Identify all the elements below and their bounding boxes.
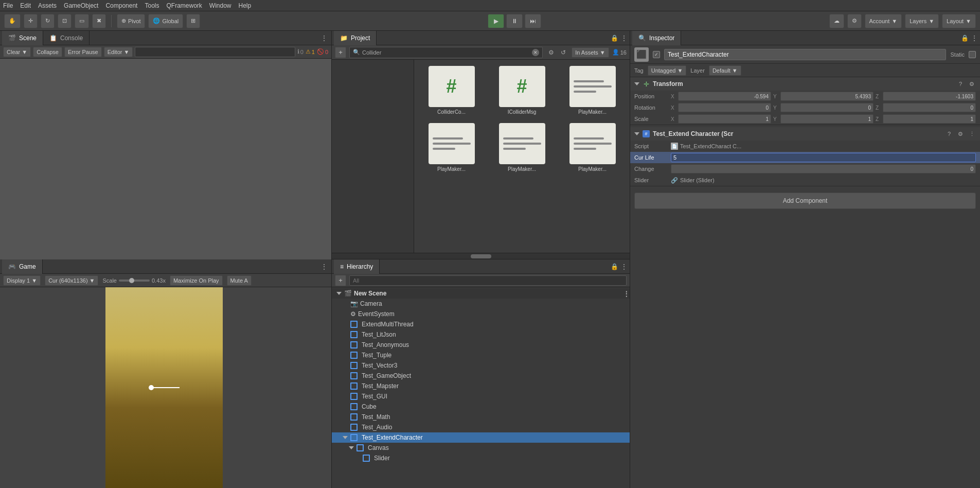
pivot-btn[interactable]: ⊕ Pivot bbox=[117, 14, 145, 28]
hierarchy-tab[interactable]: ≡ Hierarchy bbox=[334, 259, 380, 274]
project-more-icon[interactable]: ⋮ bbox=[620, 34, 628, 42]
menu-component[interactable]: Component bbox=[105, 2, 137, 9]
search-recurse-btn[interactable]: ↺ bbox=[558, 47, 568, 58]
collapse-btn[interactable]: Collapse bbox=[33, 47, 62, 57]
tag-dropdown[interactable]: Untagged ▼ bbox=[648, 65, 687, 76]
cur-life-input[interactable] bbox=[671, 153, 976, 162]
rect-tool-btn[interactable]: ▭ bbox=[75, 14, 89, 28]
hierarchy-item-test-mapster[interactable]: Test_Mapster bbox=[332, 381, 630, 391]
scale-slider[interactable] bbox=[119, 280, 150, 282]
change-input[interactable] bbox=[671, 164, 976, 173]
collab-btn[interactable]: ☁ bbox=[829, 14, 844, 28]
hierarchy-item-slider[interactable]: Slider bbox=[332, 453, 630, 463]
hierarchy-item-eventsystem[interactable]: ⚙ EventSystem bbox=[332, 309, 630, 319]
hierarchy-item-cube[interactable]: Cube bbox=[332, 402, 630, 412]
script-more-icon[interactable]: ⋮ bbox=[968, 130, 976, 138]
menu-gameobject[interactable]: GameObject bbox=[64, 2, 98, 9]
hierarchy-item-test-anonymous[interactable]: Test_Anonymous bbox=[332, 340, 630, 350]
hierarchy-more-icon[interactable]: ⋮ bbox=[620, 263, 628, 271]
hierarchy-lock-icon[interactable]: 🔒 bbox=[611, 263, 618, 270]
asset-item-5[interactable]: PlayMaker... bbox=[559, 121, 626, 174]
asset-item-0[interactable]: # ColliderCo... bbox=[418, 64, 485, 117]
hierarchy-item-test-litjson[interactable]: Test_LitJson bbox=[332, 329, 630, 340]
script-component-header[interactable]: # Test_Extend Character (Scr ? ⚙ ⋮ bbox=[630, 127, 980, 141]
hierarchy-item-test-audio[interactable]: Test_Audio bbox=[332, 422, 630, 432]
account-dropdown[interactable]: Account ▼ bbox=[865, 14, 902, 28]
asset-item-2[interactable]: PlayMaker... bbox=[559, 64, 626, 117]
game-more-icon[interactable]: ⋮ bbox=[319, 262, 329, 272]
hierarchy-item-test-gameobject[interactable]: Test_GameObject bbox=[332, 371, 630, 381]
hierarchy-search-input[interactable] bbox=[349, 275, 627, 286]
pos-y-input[interactable] bbox=[780, 92, 874, 101]
scale-y-input[interactable] bbox=[780, 114, 874, 124]
game-tab[interactable]: 🎮 Game bbox=[2, 259, 43, 274]
menu-window[interactable]: Window bbox=[209, 2, 231, 9]
hierarchy-item-camera[interactable]: 📷 Camera bbox=[332, 299, 630, 309]
layout-dropdown[interactable]: Layout ▼ bbox=[942, 14, 976, 28]
add-component-btn[interactable]: Add Component bbox=[634, 193, 976, 209]
transform-help-icon[interactable]: ? bbox=[956, 80, 965, 88]
in-assets-btn[interactable]: In Assets ▼ bbox=[572, 47, 609, 58]
object-active-checkbox[interactable] bbox=[653, 51, 660, 58]
scene-search-input[interactable] bbox=[135, 47, 295, 57]
console-tab[interactable]: 📋 Console bbox=[43, 31, 90, 45]
add-gameobject-btn[interactable]: + bbox=[335, 275, 346, 286]
error-pause-btn[interactable]: Error Pause bbox=[64, 47, 102, 57]
hierarchy-item-extendmultithread[interactable]: ExtendMultiThread bbox=[332, 319, 630, 329]
pos-z-input[interactable] bbox=[883, 92, 976, 101]
search-close-btn[interactable]: ✕ bbox=[532, 49, 539, 56]
transform-settings-icon[interactable]: ⚙ bbox=[968, 80, 976, 88]
rot-z-input[interactable] bbox=[883, 103, 976, 112]
display-dropdown[interactable]: Display 1 ▼ bbox=[3, 275, 41, 286]
step-btn[interactable]: ⏭ bbox=[525, 14, 541, 28]
rot-x-input[interactable] bbox=[678, 103, 771, 112]
transform-tool-btn[interactable]: ✖ bbox=[92, 14, 106, 28]
hierarchy-item-test-tuple[interactable]: Test_Tuple bbox=[332, 350, 630, 360]
pause-btn[interactable]: ⏸ bbox=[506, 14, 523, 28]
project-tab[interactable]: 📁 Project bbox=[334, 31, 377, 45]
move-tool-btn[interactable]: ✛ bbox=[24, 14, 38, 28]
asset-item-1[interactable]: # IColliderMsg bbox=[489, 64, 555, 117]
menu-tools[interactable]: Tools bbox=[145, 2, 159, 9]
filter-btn[interactable]: ⚙ bbox=[546, 47, 556, 58]
add-asset-btn[interactable]: + bbox=[335, 47, 346, 58]
menu-edit[interactable]: Edit bbox=[20, 2, 31, 9]
scene-more-btn[interactable]: ⋮ bbox=[623, 290, 630, 298]
maximize-btn[interactable]: Maximize On Play bbox=[170, 275, 223, 286]
layers-dropdown[interactable]: Layers ▼ bbox=[905, 14, 939, 28]
asset-item-4[interactable]: PlayMaker... bbox=[489, 121, 555, 174]
static-checkbox[interactable] bbox=[969, 51, 976, 58]
menu-help[interactable]: Help bbox=[239, 2, 252, 9]
global-btn[interactable]: 🌐 Global bbox=[148, 14, 183, 28]
scene-more-icon[interactable]: ⋮ bbox=[319, 33, 329, 43]
hierarchy-item-test-vector3[interactable]: Test_Vector3 bbox=[332, 360, 630, 371]
script-help-icon[interactable]: ? bbox=[945, 130, 953, 138]
transform-header[interactable]: ✛ Transform ? ⚙ bbox=[630, 77, 980, 91]
hierarchy-scene-root[interactable]: 🎬 New Scene ⋮ bbox=[332, 288, 630, 299]
lock-icon[interactable]: 🔒 bbox=[611, 34, 618, 42]
hand-tool-btn[interactable]: ✋ bbox=[4, 14, 21, 28]
search-clear-icon[interactable]: ✕ bbox=[532, 49, 539, 56]
menu-qframework[interactable]: QFramework bbox=[166, 2, 202, 9]
clear-btn[interactable]: Clear ▼ bbox=[3, 47, 31, 57]
asset-item-3[interactable]: PlayMaker... bbox=[418, 121, 485, 174]
layer-dropdown[interactable]: Default ▼ bbox=[709, 65, 741, 76]
play-btn[interactable]: ▶ bbox=[488, 14, 504, 28]
scale-tool-btn[interactable]: ⊡ bbox=[58, 14, 72, 28]
object-name-input[interactable] bbox=[664, 49, 946, 60]
hierarchy-item-test-gui[interactable]: Test_GUI bbox=[332, 391, 630, 402]
scale-z-input[interactable] bbox=[883, 114, 976, 124]
hierarchy-item-test-extendcharacter[interactable]: Test_ExtendCharacter bbox=[332, 432, 630, 443]
scene-tab[interactable]: 🎬 Scene bbox=[2, 31, 43, 45]
script-settings-icon[interactable]: ⚙ bbox=[956, 130, 965, 138]
hierarchy-item-canvas[interactable]: Canvas bbox=[332, 443, 630, 453]
cloud-btn[interactable]: ⚙ bbox=[847, 14, 862, 28]
menu-assets[interactable]: Assets bbox=[38, 2, 57, 9]
hierarchy-item-test-math[interactable]: Test_Math bbox=[332, 412, 630, 422]
resolution-dropdown[interactable]: Cur (640x1136) ▼ bbox=[45, 275, 98, 286]
scale-x-input[interactable] bbox=[678, 114, 771, 124]
editor-btn[interactable]: Editor ▼ bbox=[104, 47, 133, 57]
menu-file[interactable]: File bbox=[3, 2, 13, 9]
snap-btn[interactable]: ⊞ bbox=[186, 14, 200, 28]
inspector-more-icon[interactable]: ⋮ bbox=[971, 34, 978, 42]
